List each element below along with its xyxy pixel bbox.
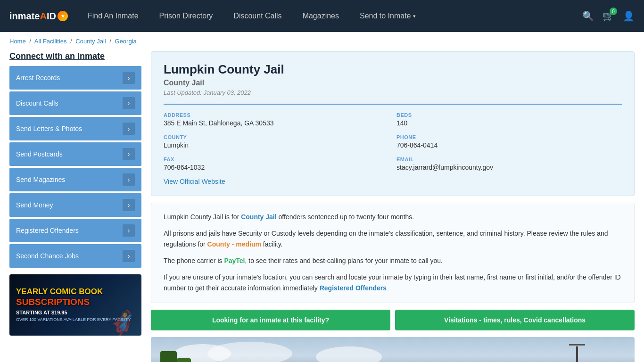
nav-send-inmate[interactable]: Send to Inmate ▾: [349, 0, 426, 32]
arrow-icon: ›: [123, 224, 135, 237]
phone-value: 706-864-0414: [396, 141, 622, 149]
arrow-icon: ›: [123, 250, 135, 262]
arrow-icon: ›: [123, 72, 135, 84]
sidebar-item-send-postcards[interactable]: Send Postcards ›: [9, 142, 141, 166]
photo-tree-2: [177, 358, 191, 362]
email-value: stacy.jarrard@lumpkincounty.gov: [396, 164, 622, 171]
address-value: 385 E Main St, Dahlonega, GA 30533: [164, 119, 389, 127]
address-block: ADDRESS 385 E Main St, Dahlonega, GA 305…: [164, 112, 389, 127]
action-buttons: Looking for an inmate at this facility? …: [151, 310, 635, 330]
main-nav: Find An Inmate Prison Directory Discount…: [77, 0, 582, 32]
arrow-icon: ›: [123, 97, 135, 109]
facility-name: Lumpkin County Jail: [164, 62, 622, 77]
fax-block: FAX 706-864-1032: [164, 156, 389, 171]
arrow-icon: ›: [123, 148, 135, 160]
arrow-icon: ›: [123, 173, 135, 186]
search-icon[interactable]: 🔍: [582, 10, 594, 22]
ad-starting-at: STARTING AT $19.95: [16, 310, 67, 315]
sidebar-item-send-money[interactable]: Send Money ›: [9, 193, 141, 217]
sidebar-item-registered-offenders[interactable]: Registered Offenders ›: [9, 219, 141, 242]
nav-prison-directory[interactable]: Prison Directory: [149, 0, 223, 32]
phone-block: PHONE 706-864-0414: [396, 134, 622, 149]
facility-card: Lumpkin County Jail County Jail Last Upd…: [151, 51, 635, 196]
logo-badge-icon: ★: [58, 11, 68, 21]
breadcrumb-sep-1: /: [29, 38, 31, 45]
logo-aid: A: [40, 11, 46, 22]
county-label: COUNTY: [164, 134, 389, 140]
breadcrumb-georgia[interactable]: Georgia: [115, 38, 137, 45]
nav-find-inmate[interactable]: Find An Inmate: [77, 0, 149, 32]
county-jail-link[interactable]: County Jail: [241, 213, 276, 221]
arrow-icon: ›: [123, 123, 135, 135]
breadcrumb: Home / All Facilities / County Jail / Ge…: [0, 32, 644, 47]
sidebar: Connect with an Inmate Arrest Records › …: [9, 47, 141, 362]
beds-value: 140: [396, 119, 622, 127]
ad-title-line2: SUBSCRIPTIONS: [16, 297, 90, 307]
ad-hero-decoration: 🦸: [107, 311, 138, 336]
main-layout: Connect with an Inmate Arrest Records › …: [0, 47, 644, 362]
sidebar-item-discount-calls[interactable]: Discount Calls ›: [9, 91, 141, 115]
beds-label: BEDS: [396, 112, 622, 118]
photo-cloud-2: [207, 342, 292, 362]
sidebar-item-arrest-records[interactable]: Arrest Records ›: [9, 66, 141, 90]
nav-magazines[interactable]: Magazines: [292, 0, 349, 32]
sidebar-title: Connect with an Inmate: [9, 51, 141, 61]
breadcrumb-home[interactable]: Home: [9, 38, 26, 45]
breadcrumb-sep-3: /: [109, 38, 111, 45]
desc-para-3: The phone carrier is PayTel, to see thei…: [164, 255, 622, 266]
sidebar-item-second-chance-jobs[interactable]: Second Chance Jobs ›: [9, 244, 141, 268]
content-area: Lumpkin County Jail County Jail Last Upd…: [151, 47, 635, 362]
county-value: Lumpkin: [164, 141, 389, 149]
address-label: ADDRESS: [164, 112, 389, 118]
photo-pole-crossbar: [569, 344, 585, 346]
desc-para-4: If you are unsure of your inmate's locat…: [164, 272, 622, 294]
ad-banner[interactable]: YEARLY COMIC BOOK SUBSCRIPTIONS STARTING…: [9, 274, 141, 336]
visitations-button[interactable]: Visitations - times, rules, Covid cancel…: [395, 310, 635, 330]
photo-pole: [576, 346, 578, 362]
sidebar-menu: Arrest Records › Discount Calls › Send L…: [9, 66, 141, 268]
logo-id: ID: [47, 11, 56, 22]
facility-info-grid: ADDRESS 385 E Main St, Dahlonega, GA 305…: [164, 104, 622, 171]
arrow-icon: ›: [123, 199, 135, 211]
description-block: Lumpkin County Jail is for County Jail o…: [151, 203, 635, 303]
breadcrumb-sep-2: /: [70, 38, 72, 45]
cart-icon[interactable]: 🛒 0: [603, 10, 614, 22]
photo-cloud-3: [316, 346, 382, 362]
fax-value: 706-864-1032: [164, 164, 389, 171]
logo-text: inmate: [9, 11, 40, 22]
breadcrumb-county-jail[interactable]: County Jail: [75, 38, 106, 45]
beds-block: BEDS 140: [396, 112, 622, 127]
breadcrumb-all-facilities[interactable]: All Facilities: [34, 38, 67, 45]
user-icon[interactable]: 👤: [623, 10, 635, 22]
view-website-link[interactable]: View Official Website: [164, 178, 225, 185]
sidebar-item-send-letters[interactable]: Send Letters & Photos ›: [9, 117, 141, 140]
county-medium-link[interactable]: County - medium: [207, 240, 261, 248]
facility-type: County Jail: [164, 79, 622, 87]
sidebar-item-send-magazines[interactable]: Send Magazines ›: [9, 168, 141, 191]
email-block: EMAIL stacy.jarrard@lumpkincounty.gov: [396, 156, 622, 171]
photo-tree-1: [160, 351, 177, 362]
logo[interactable]: inmate A ID ★: [9, 11, 68, 22]
facility-last-updated: Last Updated: January 03, 2022: [164, 89, 622, 96]
county-block: COUNTY Lumpkin: [164, 134, 389, 149]
desc-para-1: Lumpkin County Jail is for County Jail o…: [164, 212, 622, 222]
cart-badge: 0: [610, 8, 617, 15]
find-inmate-button[interactable]: Looking for an inmate at this facility?: [151, 310, 390, 330]
header-icons: 🔍 🛒 0 👤: [582, 10, 635, 22]
registered-offenders-link[interactable]: Registered Offenders: [320, 284, 387, 292]
fax-label: FAX: [164, 156, 389, 162]
site-header: inmate A ID ★ Find An Inmate Prison Dire…: [0, 0, 644, 32]
paytel-link[interactable]: PayTel: [224, 257, 245, 264]
desc-para-2: All prisons and jails have Security or C…: [164, 228, 622, 250]
dropdown-arrow-icon: ▾: [413, 13, 416, 19]
ad-title-line1: YEARLY COMIC BOOK: [16, 287, 103, 296]
email-label: EMAIL: [396, 156, 622, 162]
facility-photo: [151, 337, 635, 362]
phone-label: PHONE: [396, 134, 622, 140]
nav-discount-calls[interactable]: Discount Calls: [223, 0, 292, 32]
